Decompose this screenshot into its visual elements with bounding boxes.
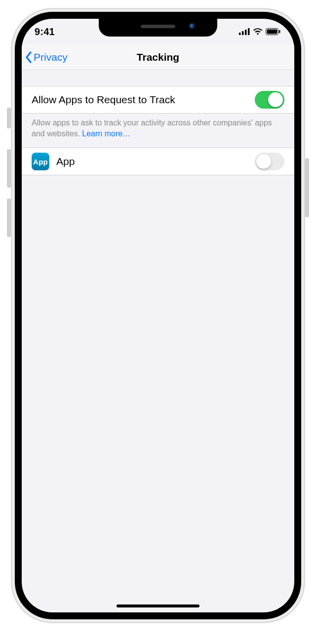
svg-rect-3	[248, 28, 250, 35]
side-power-button	[305, 158, 309, 217]
svg-rect-2	[245, 30, 247, 35]
allow-tracking-row: Allow Apps to Request to Track	[22, 86, 294, 114]
navigation-bar: Privacy Tracking	[22, 44, 294, 70]
tracking-footer-note: Allow apps to ask to track your activity…	[22, 114, 294, 148]
app-icon-label: App	[33, 158, 48, 166]
app-toggle[interactable]	[255, 153, 284, 170]
wifi-icon	[253, 28, 263, 35]
chevron-left-icon	[25, 51, 33, 63]
footer-text: Allow apps to ask to track your activity…	[32, 119, 272, 138]
allow-tracking-label: Allow Apps to Request to Track	[32, 94, 175, 106]
status-right-icons	[239, 28, 280, 35]
app-row: App App	[22, 148, 294, 175]
front-camera	[189, 23, 196, 30]
battery-icon	[266, 28, 280, 35]
side-volume-down-button	[7, 199, 11, 237]
cellular-icon	[239, 28, 250, 35]
toggle-knob	[268, 92, 283, 107]
app-row-left: App App	[32, 153, 75, 170]
status-time: 9:41	[35, 26, 55, 38]
svg-rect-0	[239, 33, 241, 35]
svg-rect-1	[242, 31, 244, 35]
side-silence-switch	[7, 108, 11, 128]
app-icon: App	[32, 153, 49, 170]
svg-rect-6	[279, 30, 280, 33]
page-title: Tracking	[137, 51, 179, 63]
notch	[99, 19, 217, 37]
app-name: App	[56, 156, 75, 167]
back-label: Privacy	[34, 51, 68, 63]
home-indicator[interactable]	[117, 604, 199, 607]
toggle-knob	[256, 154, 271, 169]
back-button[interactable]: Privacy	[25, 44, 68, 70]
content-area: Allow Apps to Request to Track Allow app…	[22, 70, 294, 175]
svg-rect-5	[267, 30, 277, 34]
device-stage: 9:41	[0, 0, 316, 644]
learn-more-link[interactable]: Learn more…	[82, 129, 130, 138]
group-spacer	[22, 70, 294, 86]
side-volume-up-button	[7, 149, 11, 188]
allow-tracking-toggle[interactable]	[255, 91, 284, 109]
screen: 9:41	[22, 19, 294, 612]
speaker-grille	[141, 25, 175, 28]
